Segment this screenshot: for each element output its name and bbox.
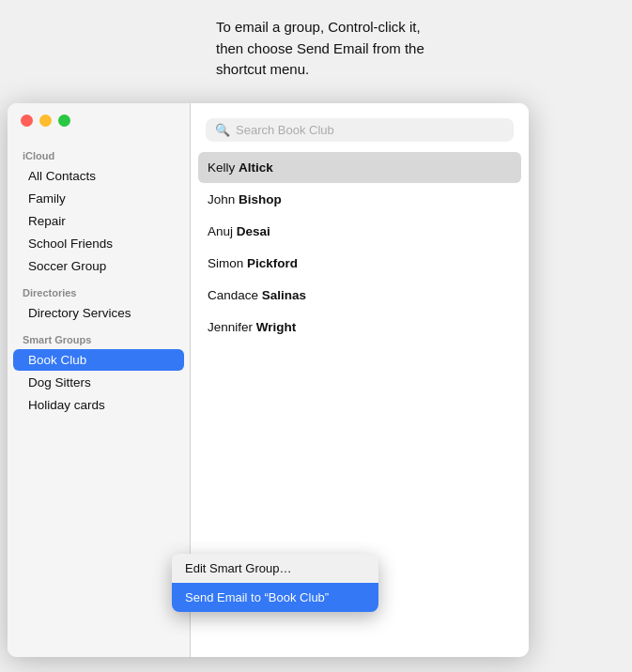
close-button[interactable]	[21, 115, 33, 127]
icloud-section-label: iCloud	[8, 141, 190, 164]
contact-item-candace-salinas[interactable]: Candace Salinas	[198, 280, 521, 311]
context-menu: Edit Smart Group… Send Email to “Book Cl…	[172, 554, 378, 612]
sidebar-item-dog-sitters[interactable]: Dog Sitters	[13, 372, 184, 393]
smart-groups-section-label: Smart Groups	[8, 325, 190, 348]
maximize-button[interactable]	[58, 115, 70, 127]
context-menu-edit-smart-group[interactable]: Edit Smart Group…	[172, 554, 378, 583]
contact-last-name: Pickford	[247, 256, 298, 270]
contact-last-name: Wright	[256, 320, 297, 334]
search-icon: 🔍	[215, 123, 230, 137]
instruction-text-2: then choose Send Email from the	[216, 40, 424, 56]
instruction-area: To email a group, Control-click it, then…	[197, 0, 632, 90]
contact-last-name: Salinas	[262, 288, 306, 302]
search-bar-container: 🔍 Search Book Club	[191, 103, 529, 151]
contact-last-name: Altick	[239, 160, 273, 175]
contact-last-name: Bishop	[239, 192, 282, 206]
sidebar-item-holiday-cards[interactable]: Holiday cards	[13, 394, 184, 416]
instruction-text: To email a group, Control-click it,	[216, 19, 421, 35]
sidebar: iCloud All Contacts Family Repair School…	[8, 103, 191, 657]
minimize-button[interactable]	[39, 115, 52, 127]
contact-item-kelly-altick[interactable]: Kelly Altick	[198, 152, 521, 183]
sidebar-item-soccer-group[interactable]: Soccer Group	[13, 255, 184, 277]
sidebar-item-book-club[interactable]: Book Club	[13, 349, 184, 371]
sidebar-item-all-contacts[interactable]: All Contacts	[13, 165, 184, 187]
contact-item-john-bishop[interactable]: John Bishop	[198, 184, 521, 215]
instruction-text-3: shortcut menu.	[216, 61, 309, 77]
contact-item-simon-pickford[interactable]: Simon Pickford	[198, 248, 521, 279]
sidebar-item-school-friends[interactable]: School Friends	[13, 233, 184, 254]
contact-item-anuj-desai[interactable]: Anuj Desai	[198, 216, 521, 247]
sidebar-item-repair[interactable]: Repair	[13, 210, 184, 232]
search-placeholder: Search Book Club	[236, 123, 334, 137]
context-menu-send-email[interactable]: Send Email to “Book Club”	[172, 583, 378, 612]
contact-item-jennifer-wright[interactable]: Jennifer Wright	[198, 312, 521, 343]
directories-section-label: Directories	[8, 278, 190, 301]
traffic-lights	[21, 115, 70, 127]
sidebar-item-family[interactable]: Family	[13, 188, 184, 209]
contacts-window: iCloud All Contacts Family Repair School…	[8, 103, 529, 657]
contact-last-name: Desai	[237, 224, 270, 238]
sidebar-item-directory-services[interactable]: Directory Services	[13, 302, 184, 324]
search-bar[interactable]: 🔍 Search Book Club	[206, 118, 514, 142]
